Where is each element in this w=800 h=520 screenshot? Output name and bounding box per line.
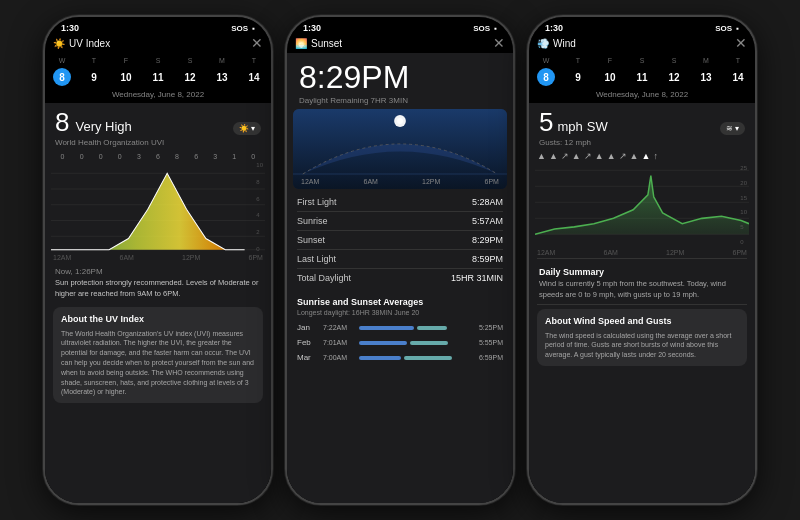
avg-sunrise-jan: 7:22AM [323, 324, 353, 331]
arrow-8: ↗ [619, 151, 627, 161]
week-num-9-wind[interactable]: 9 [567, 68, 589, 86]
x-axis-uv: 12AM6AM12PM6PM [45, 252, 271, 263]
first-light-row: First Light 5:28AM [297, 193, 503, 212]
week-day-m: M [695, 57, 717, 64]
week-num-11-wind[interactable]: 11 [631, 68, 653, 86]
close-button-wind[interactable]: ✕ [735, 35, 747, 51]
wind-y-axis: 2520151050 [740, 165, 747, 245]
x-label-12pm: 12PM [422, 178, 440, 185]
week-num[interactable]: 12 [179, 68, 201, 86]
week-nums-wind: 8 9 10 11 12 13 14 [529, 68, 755, 90]
panel-title-sunset: 🌅 Sunset [295, 38, 342, 49]
uv-chart: 1086420 [51, 162, 265, 252]
status-time-2: 1:30 [303, 23, 321, 33]
week-header-uv: ☀️ UV Index ✕ [45, 35, 271, 53]
avg-bar-feb [359, 341, 467, 345]
week-num[interactable]: 13 [211, 68, 233, 86]
uv-about-text: The World Health Organization's UV index… [61, 329, 255, 398]
x-label-12am: 12AM [301, 178, 319, 185]
wind-header: 💨 Wind ✕ [529, 35, 755, 53]
status-bar-wind: 1:30 SOS ▪ [529, 17, 755, 35]
week-num[interactable]: 9 [83, 68, 105, 86]
sunset-sub: Daylight Remaining 7HR 3MIN [287, 96, 513, 109]
status-time-3: 1:30 [545, 23, 563, 33]
avg-row-feb: Feb 7:01AM 5:55PM [287, 335, 513, 350]
svg-marker-16 [535, 176, 749, 235]
sunset-value: 8:29PM [472, 235, 503, 245]
arrow-11: ↑ [653, 151, 658, 161]
total-daylight-label: Total Daylight [297, 273, 351, 283]
first-light-label: First Light [297, 197, 337, 207]
week-day-w: W [535, 57, 557, 64]
uv-about-box: About the UV Index The World Health Orga… [53, 307, 263, 403]
week-day-label: M [211, 57, 233, 64]
uv-now-text: Sun protection strongly recommended. Lev… [45, 278, 271, 303]
uv-number: 8 [55, 107, 69, 138]
week-nums-uv: 8 9 10 11 12 13 14 [45, 68, 271, 90]
avg-sunset-mar: 6:59PM [473, 354, 503, 361]
week-day-label: F [115, 57, 137, 64]
week-num-13-wind[interactable]: 13 [695, 68, 717, 86]
status-bar-uv: 1:30 SOS ▪ [45, 17, 271, 35]
wind-gusts: Gusts: 12 mph [529, 138, 755, 149]
arrow-2: ▲ [549, 151, 558, 161]
wind-about-box: About Wind Speed and Gusts The wind spee… [537, 309, 747, 366]
week-num[interactable]: 11 [147, 68, 169, 86]
week-day-label: S [147, 57, 169, 64]
close-button-sunset[interactable]: ✕ [493, 35, 505, 51]
avg-row-jan: Jan 7:22AM 5:25PM [287, 320, 513, 335]
status-bar-sunset: 1:30 SOS ▪ [287, 17, 513, 35]
uv-sub: World Health Organization UVI [45, 138, 271, 151]
uv-hourly: 00003686310 [45, 151, 271, 162]
wind-direction: SW [587, 119, 608, 134]
arrow-1: ▲ [537, 151, 546, 161]
arrow-4: ▲ [572, 151, 581, 161]
status-time: 1:30 [61, 23, 79, 33]
status-signal-3: SOS [715, 24, 732, 33]
week-num-12-wind[interactable]: 12 [663, 68, 685, 86]
wind-options[interactable]: ≋ ▾ [720, 122, 745, 135]
uv-date: Wednesday, June 8, 2022 [45, 90, 271, 103]
week-strip-wind: W T F S S M T [529, 53, 755, 68]
avg-sunset-jan: 5:25PM [473, 324, 503, 331]
battery-icon: ▪ [252, 24, 255, 33]
sunset-icon: 🌅 [295, 38, 307, 49]
panel-title-uv: ☀️ UV Index [53, 38, 110, 49]
week-num-selected[interactable]: 8 [51, 68, 73, 86]
avg-bar-jan [359, 326, 467, 330]
first-light-value: 5:28AM [472, 197, 503, 207]
week-num[interactable]: 14 [243, 68, 265, 86]
wind-date: Wednesday, June 8, 2022 [529, 90, 755, 103]
x-label-6pm: 6PM [485, 178, 499, 185]
week-day-label: T [83, 57, 105, 64]
sunset-chart: 12AM 6AM 12PM 6PM [293, 109, 507, 189]
daily-summary-text: Wind is currently 5 mph from the southwe… [529, 279, 755, 304]
week-num-14-wind[interactable]: 14 [727, 68, 749, 86]
divider-2 [537, 304, 747, 305]
uv-icon: ☀️ [53, 38, 65, 49]
battery-icon-3: ▪ [736, 24, 739, 33]
sunset-label: Sunset [297, 235, 325, 245]
wind-chart: 2520151050 [535, 165, 749, 245]
uv-now-time: Now, 1:26PM [45, 263, 271, 278]
uv-options[interactable]: ☀️ ▾ [233, 122, 261, 135]
battery-icon-2: ▪ [494, 24, 497, 33]
avg-bar-sunset-jan [417, 326, 447, 330]
week-num[interactable]: 10 [115, 68, 137, 86]
close-button-uv[interactable]: ✕ [251, 35, 263, 51]
last-light-row: Last Light 8:59PM [297, 250, 503, 269]
sun-times-table: First Light 5:28AM Sunrise 5:57AM Sunset… [287, 189, 513, 291]
x-axis-wind: 12AM6AM12PM6PM [529, 247, 755, 258]
week-num-10-wind[interactable]: 10 [599, 68, 621, 86]
wind-icon: 💨 [537, 38, 549, 49]
avg-row-mar: Mar 7:00AM 6:59PM [287, 350, 513, 365]
uv-about-title: About the UV Index [61, 313, 255, 326]
avg-bar-mar [359, 356, 467, 360]
averages-sub: Longest daylight: 16HR 38MIN June 20 [287, 309, 513, 320]
total-daylight-value: 15HR 31MIN [451, 273, 503, 283]
sunrise-label: Sunrise [297, 216, 328, 226]
week-num-8-wind[interactable]: 8 [535, 68, 557, 86]
sunset-row: Sunset 8:29PM [297, 231, 503, 250]
week-day-s1: S [631, 57, 653, 64]
avg-bar-sunrise-jan [359, 326, 414, 330]
